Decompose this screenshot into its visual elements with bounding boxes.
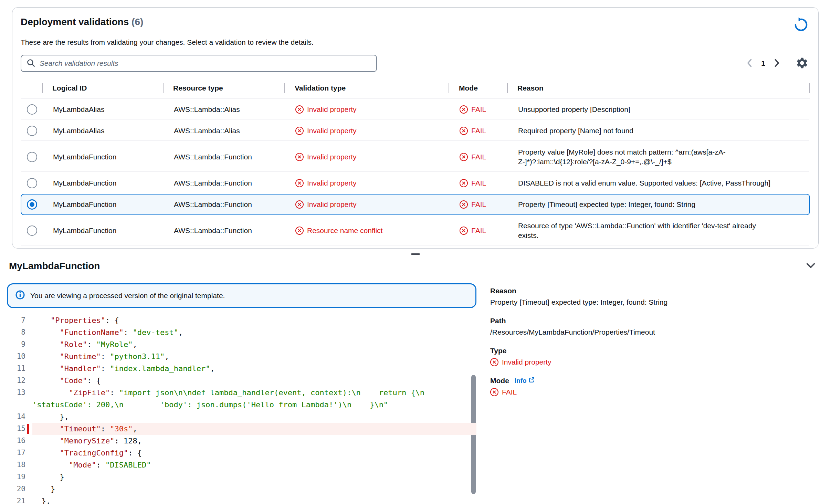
table-row[interactable]: MyLambdaFunction AWS::Lambda::Function R… xyxy=(21,215,810,246)
error-icon xyxy=(490,388,498,396)
code-line: 21 }, xyxy=(7,495,476,504)
page-title-text: Deployment validations xyxy=(21,17,129,27)
error-icon xyxy=(460,105,468,114)
row-select-radio[interactable] xyxy=(27,104,37,115)
table-row[interactable]: MyLambdaAlias AWS::Lambda::Alias Invalid… xyxy=(21,99,810,120)
error-icon xyxy=(490,358,498,366)
line-number: 17 xyxy=(7,447,25,459)
collapse-detail-button[interactable] xyxy=(803,258,819,274)
previous-page-button[interactable] xyxy=(743,56,757,71)
table-header-row: Logical ID Resource type Validation type… xyxy=(21,77,810,99)
line-number: 19 xyxy=(7,471,25,483)
column-header-resource-type: Resource type xyxy=(163,77,284,99)
mode-cell: FAIL xyxy=(449,99,508,119)
reason-cell: Property value [MyRole] does not match p… xyxy=(508,142,809,172)
validations-count: (6) xyxy=(132,17,143,27)
validation-type-cell: Invalid property xyxy=(285,173,449,193)
pagination: 1 xyxy=(743,55,810,72)
chevron-down-icon xyxy=(804,259,817,273)
path-label: Path xyxy=(490,317,667,325)
error-icon xyxy=(295,227,304,235)
code-line: 20 } xyxy=(7,483,476,495)
line-number: 20 xyxy=(7,483,25,495)
table-settings-button[interactable] xyxy=(794,55,810,72)
radio-column-header xyxy=(21,77,42,99)
line-number: 13 xyxy=(7,387,25,411)
page-title: Deployment validations (6) xyxy=(21,16,143,28)
path-value: /Resources/MyLambdaFunction/Properties/T… xyxy=(490,327,667,337)
chevron-right-icon xyxy=(771,57,782,70)
refresh-button[interactable] xyxy=(792,16,810,35)
error-icon xyxy=(460,127,468,135)
template-code-viewer[interactable]: 7 "Properties": { 8 "FunctionName": "dev… xyxy=(7,310,476,504)
logical-id-cell: MyLambdaFunction xyxy=(43,147,164,167)
reason-cell: DISABLED is not a valid enum value. Supp… xyxy=(508,173,809,193)
validations-table: Logical ID Resource type Validation type… xyxy=(21,77,810,246)
current-page-number[interactable]: 1 xyxy=(761,59,765,67)
resource-type-cell: AWS::Lambda::Function xyxy=(164,173,285,193)
type-value: Invalid property xyxy=(490,357,667,367)
table-body: MyLambdaAlias AWS::Lambda::Alias Invalid… xyxy=(21,99,810,246)
search-box xyxy=(21,55,377,72)
logical-id-cell: MyLambdaFunction xyxy=(43,173,164,193)
reason-cell: Property [Timeout] expected type: Intege… xyxy=(508,195,809,214)
table-row[interactable]: MyLambdaFunction AWS::Lambda::Function I… xyxy=(21,172,810,194)
code-line: 18 "Mode": "DISABLED" xyxy=(7,459,476,471)
error-icon xyxy=(295,179,304,187)
row-select-radio[interactable] xyxy=(27,225,37,236)
code-line: 19 } xyxy=(7,471,476,483)
code-line: 11 "Handler": "index.lambda_handler", xyxy=(7,363,476,375)
search-input[interactable] xyxy=(40,59,371,67)
mode-cell: FAIL xyxy=(449,173,508,193)
code-line: 8 "FunctionName": "dev-test", xyxy=(7,326,476,338)
line-number: 18 xyxy=(7,459,25,471)
resource-type-cell: AWS::Lambda::Function xyxy=(164,147,285,167)
error-icon xyxy=(460,200,468,209)
type-label: Type xyxy=(490,347,667,355)
line-number: 9 xyxy=(7,338,25,350)
line-number: 14 xyxy=(7,411,25,423)
error-icon xyxy=(295,105,304,114)
code-line: 16 "MemorySize": 128, xyxy=(7,435,476,447)
reason-label: Reason xyxy=(490,287,667,295)
row-select-radio[interactable] xyxy=(27,178,37,188)
validation-type-cell: Resource name conflict xyxy=(285,221,449,241)
line-number: 7 xyxy=(7,314,25,326)
table-row[interactable]: MyLambdaFunction AWS::Lambda::Function I… xyxy=(21,194,810,215)
resource-type-cell: AWS::Lambda::Alias xyxy=(164,121,285,141)
detail-title: MyLambdaFunction xyxy=(7,261,100,272)
line-number: 21 xyxy=(7,495,25,504)
mode-value: FAIL xyxy=(490,387,667,397)
error-icon xyxy=(460,153,468,161)
error-icon xyxy=(295,127,304,135)
error-icon xyxy=(295,153,304,161)
resource-type-cell: AWS::Lambda::Alias xyxy=(164,99,285,119)
validation-type-cell: Invalid property xyxy=(285,195,449,214)
code-line: 15 "Timeout": "30s", xyxy=(7,423,476,435)
row-select-radio[interactable] xyxy=(27,126,37,136)
validation-type-cell: Invalid property xyxy=(285,121,449,141)
column-header-validation-type: Validation type xyxy=(284,77,449,99)
mode-cell: FAIL xyxy=(449,147,508,167)
table-row[interactable]: MyLambdaAlias AWS::Lambda::Alias Invalid… xyxy=(21,120,810,141)
row-select-radio[interactable] xyxy=(27,152,37,162)
table-row[interactable]: MyLambdaFunction AWS::Lambda::Function I… xyxy=(21,141,810,172)
error-icon xyxy=(295,200,304,209)
mode-cell: FAIL xyxy=(449,221,508,241)
mode-info-link[interactable]: Info xyxy=(515,377,535,385)
column-header-reason: Reason xyxy=(507,77,810,99)
resource-type-cell: AWS::Lambda::Function xyxy=(164,195,285,214)
reason-value: Property [Timeout] expected type: Intege… xyxy=(490,297,667,307)
line-number: 12 xyxy=(7,375,25,387)
info-alert-text: You are viewing a processed version of t… xyxy=(30,292,225,300)
logical-id-cell: MyLambdaFunction xyxy=(43,221,164,241)
resource-type-cell: AWS::Lambda::Function xyxy=(164,221,285,241)
split-panel-resize-handle[interactable] xyxy=(0,249,831,256)
search-icon xyxy=(26,58,35,69)
error-icon xyxy=(460,227,468,235)
next-page-button[interactable] xyxy=(769,56,784,71)
mode-cell: FAIL xyxy=(449,195,508,214)
validation-detail-panel: MyLambdaFunction You are viewing a proce… xyxy=(0,258,831,504)
line-number: 11 xyxy=(7,363,25,375)
row-select-radio[interactable] xyxy=(27,199,37,210)
